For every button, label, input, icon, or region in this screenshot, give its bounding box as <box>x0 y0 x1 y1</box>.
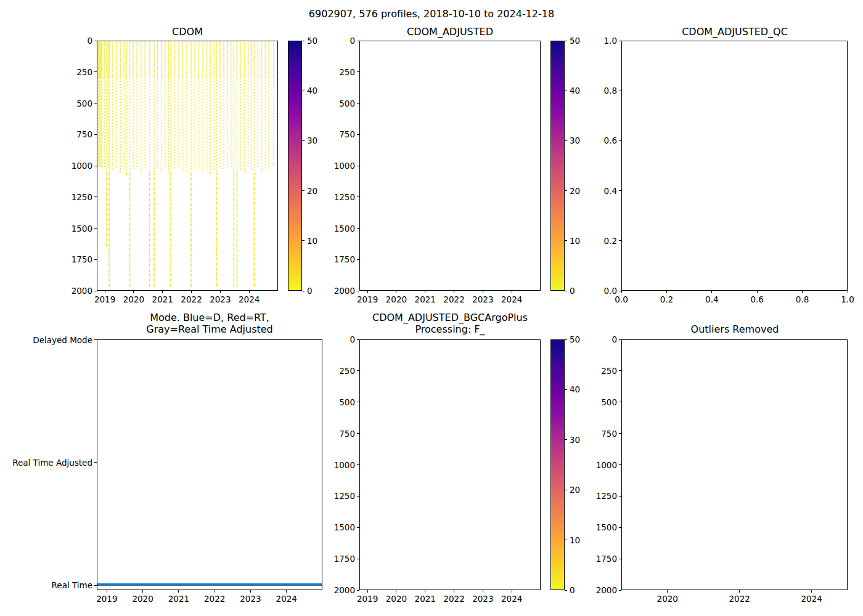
x-tick-label: 2021 <box>415 594 436 604</box>
x-tick-mark <box>811 590 812 593</box>
y-tick-mark <box>94 339 97 340</box>
x-tick-label: 0.0 <box>615 294 628 304</box>
y-tick-mark <box>94 71 97 72</box>
x-tick-mark <box>367 590 368 593</box>
x-tick-mark <box>191 291 192 293</box>
y-tick-label: Delayed Mode <box>0 335 92 345</box>
y-tick-mark <box>357 197 359 197</box>
y-tick-label: 2000 <box>256 286 355 296</box>
colorbar-tick-label: 10 <box>570 236 580 246</box>
x-tick-mark <box>512 291 512 293</box>
x-tick-label: 1.0 <box>841 294 854 304</box>
y-tick-label: 250 <box>256 366 355 376</box>
y-tick-mark <box>357 496 359 496</box>
y-tick-mark <box>357 259 359 260</box>
y-tick-label: 750 <box>256 429 355 439</box>
x-tick-label: 2020 <box>657 594 678 604</box>
y-tick-label: 0 <box>256 36 355 46</box>
y-tick-label: 1250 <box>0 192 92 202</box>
colorbar-tick-mark <box>565 590 567 591</box>
y-tick-mark <box>619 527 621 528</box>
title-outliers-removed: Outliers Removed <box>691 323 779 335</box>
title-bgcargoplus: CDOM_ADJUSTED_BGCArgoPlus Processing: F_ <box>372 312 528 335</box>
y-tick-label: 1750 <box>256 254 355 264</box>
bgcargoplus-plot-area <box>359 339 541 590</box>
x-tick-label: 2023 <box>472 594 493 604</box>
x-tick-mark <box>105 291 105 293</box>
x-tick-label: 2023 <box>240 594 261 604</box>
figure: 6902907, 576 profiles, 2018-10-10 to 202… <box>0 0 863 616</box>
cdom-plot-area <box>97 41 278 291</box>
y-tick-label: 1500 <box>256 522 355 532</box>
y-tick-label: 1750 <box>518 554 617 564</box>
y-tick-mark <box>357 166 359 166</box>
x-tick-mark <box>425 291 425 293</box>
y-tick-label: 1000 <box>518 460 617 470</box>
x-tick-mark <box>107 590 107 593</box>
x-tick-mark <box>483 291 483 293</box>
y-tick-mark <box>357 228 359 229</box>
colorbar-tick-mark <box>302 41 305 41</box>
x-tick-label: 2024 <box>801 594 822 604</box>
x-tick-mark <box>396 291 396 293</box>
x-tick-label: 0.6 <box>750 294 763 304</box>
x-tick-label: 2022 <box>729 594 750 604</box>
y-tick-label: 1500 <box>0 224 92 233</box>
x-tick-label: 2020 <box>386 594 407 604</box>
y-tick-mark <box>619 91 621 91</box>
y-tick-mark <box>357 402 359 402</box>
x-tick-mark <box>454 590 454 593</box>
y-tick-label: 1500 <box>518 522 617 532</box>
y-tick-label: 250 <box>0 67 92 77</box>
colorbar-tick-label: 10 <box>570 535 580 545</box>
colorbar-tick-mark <box>565 190 567 191</box>
y-tick-label: 0.4 <box>518 186 617 196</box>
x-tick-mark <box>215 590 215 593</box>
y-tick-mark <box>619 190 621 191</box>
y-tick-mark <box>619 291 621 291</box>
y-tick-label: 1000 <box>0 161 92 171</box>
x-tick-mark <box>483 590 483 593</box>
colorbar-tick-mark <box>565 91 567 91</box>
x-tick-label: 2022 <box>204 594 225 604</box>
x-tick-mark <box>512 590 512 593</box>
y-tick-mark <box>619 140 621 141</box>
y-tick-mark <box>94 103 97 103</box>
x-tick-label: 2023 <box>210 294 231 304</box>
colorbar-tick-label: 50 <box>570 36 580 46</box>
y-tick-label: 0.2 <box>518 236 617 246</box>
y-tick-label: Real Time Adjusted <box>0 458 92 468</box>
x-tick-label: 2019 <box>96 594 117 604</box>
y-tick-mark <box>357 291 359 291</box>
y-tick-mark <box>619 559 621 559</box>
colorbar-tick-mark <box>565 291 567 291</box>
x-tick-label: 2024 <box>501 594 522 604</box>
y-tick-label: 750 <box>518 429 617 439</box>
x-tick-label: 2019 <box>357 294 378 304</box>
y-tick-mark <box>94 197 97 197</box>
y-tick-label: 750 <box>256 129 355 139</box>
colorbar-tick-mark <box>565 540 567 540</box>
y-tick-mark <box>94 166 97 166</box>
y-tick-mark <box>619 590 621 591</box>
y-tick-label: 1250 <box>256 192 355 202</box>
colorbar-tick-label: 50 <box>307 36 317 46</box>
y-tick-mark <box>357 41 359 41</box>
x-tick-label: 2022 <box>181 294 202 304</box>
y-tick-label: 1750 <box>256 554 355 564</box>
y-tick-mark <box>357 339 359 340</box>
x-tick-mark <box>220 291 221 293</box>
x-tick-mark <box>667 590 668 593</box>
y-tick-label: 2000 <box>0 286 92 296</box>
colorbar-tick-mark <box>565 490 567 490</box>
colorbar-tick-label: 40 <box>570 86 580 95</box>
x-tick-label: 0.8 <box>796 294 809 304</box>
y-tick-label: 2000 <box>256 585 355 595</box>
y-tick-label: 0.8 <box>518 86 617 95</box>
y-tick-label: 500 <box>518 397 617 407</box>
x-tick-label: 2020 <box>386 294 407 304</box>
y-tick-mark <box>619 402 621 402</box>
x-tick-mark <box>396 590 396 593</box>
colorbar-tick-label: 20 <box>570 485 580 495</box>
y-tick-mark <box>357 527 359 528</box>
